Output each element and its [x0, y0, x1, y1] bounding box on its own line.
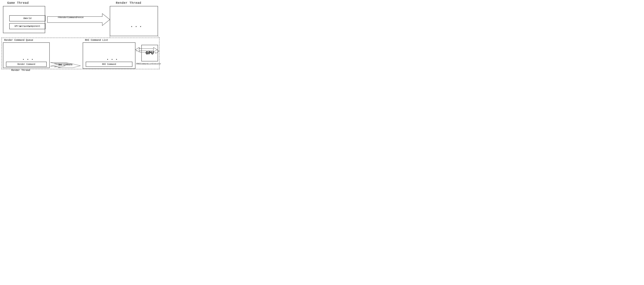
executor-label: FRHICommandListExecutor: [136, 63, 159, 65]
render-thread-box: FScene FPrimitiveSceneProxy: [110, 6, 158, 36]
render-thread-title: Render Thread: [116, 1, 141, 5]
game-thread-title: Game Thread: [7, 1, 29, 5]
uworld-label: UWorld: [23, 17, 32, 20]
gpu-box: GPU: [142, 45, 158, 62]
render-thread-top-dots: • • •: [131, 25, 142, 28]
game-thread-box: UWorld UPrimitiveComponent: [3, 6, 45, 33]
rhi-dots: • • •: [107, 58, 118, 61]
gpu-label: GPU: [146, 50, 154, 56]
rhi-command-box: RHI Command: [86, 62, 132, 67]
uworld-box: UWorld: [9, 15, 46, 21]
rcq-title: Render Command Queue: [4, 39, 33, 42]
rhi-command-label: RHI Command: [102, 63, 116, 66]
rhi-cmd-middle-label: RHI Command: [54, 64, 78, 66]
rcq-bottom-label: Render Thread: [11, 69, 30, 71]
render-command-label: Render Command: [18, 63, 35, 66]
render-command-box: Render Command: [6, 62, 47, 67]
svg-marker-2: [48, 14, 110, 26]
rhi-list-title: RHI Command List: [85, 39, 108, 42]
diagram: Game Thread UWorld UPrimitiveComponent •…: [0, 0, 161, 71]
fence-label: FRenderCommandFence: [51, 16, 90, 19]
rcq-dots: • • •: [22, 58, 34, 61]
game-thread-dots: • • •: [20, 25, 31, 28]
